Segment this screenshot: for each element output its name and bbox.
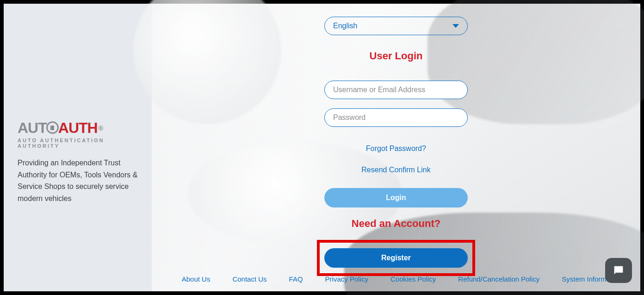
key-circle-icon — [46, 121, 59, 134]
register-highlight-box: Register — [317, 240, 475, 276]
footer-nav: About Us Contact Us FAQ Privacy Policy C… — [152, 275, 640, 283]
register-button[interactable]: Register — [324, 248, 468, 268]
footer-link-refund[interactable]: Refund/Cancelation Policy — [458, 275, 539, 283]
register-heading: Need an Account? — [352, 218, 440, 230]
password-input[interactable] — [324, 108, 468, 127]
brand-tagline: Providing an Independent Trust Authority… — [18, 157, 138, 204]
brand-part-auto: AUT — [18, 119, 47, 137]
brand-subtitle: AUTO AUTHENTICATION AUTHORITY — [18, 138, 138, 149]
chat-icon — [612, 264, 625, 277]
language-selected-label: English — [333, 22, 357, 30]
footer-link-system-info[interactable]: System Informa — [562, 275, 610, 283]
sidebar: AUT AUTH ® AUTO AUTHENTICATION AUTHORITY… — [4, 4, 152, 291]
footer-link-privacy[interactable]: Privacy Policy — [325, 275, 368, 283]
language-select[interactable]: English — [324, 17, 468, 35]
brand-part-auth: AUTH — [58, 119, 98, 137]
app-frame: AUT AUTH ® AUTO AUTHENTICATION AUTHORITY… — [4, 4, 640, 291]
forgot-password-link[interactable]: Forgot Password? — [366, 144, 426, 153]
login-form-container: English User Login Forgot Password? Rese… — [152, 17, 640, 276]
login-button[interactable]: Login — [324, 188, 468, 207]
brand-logo: AUT AUTH ® AUTO AUTHENTICATION AUTHORITY — [18, 119, 138, 149]
main-panel: English User Login Forgot Password? Rese… — [152, 4, 640, 291]
chat-widget-button[interactable] — [605, 258, 632, 283]
registered-mark: ® — [99, 125, 103, 132]
chevron-down-icon — [452, 24, 459, 28]
footer-link-cookies[interactable]: Cookies Policy — [390, 275, 436, 283]
footer-link-faq[interactable]: FAQ — [289, 275, 303, 283]
footer-link-contact[interactable]: Contact Us — [232, 275, 266, 283]
resend-confirm-link[interactable]: Resend Confirm Link — [361, 166, 430, 174]
brand-wordmark: AUT AUTH ® — [18, 119, 138, 137]
login-heading: User Login — [370, 50, 423, 62]
username-input[interactable] — [324, 81, 468, 99]
footer-link-about[interactable]: About Us — [182, 275, 211, 283]
